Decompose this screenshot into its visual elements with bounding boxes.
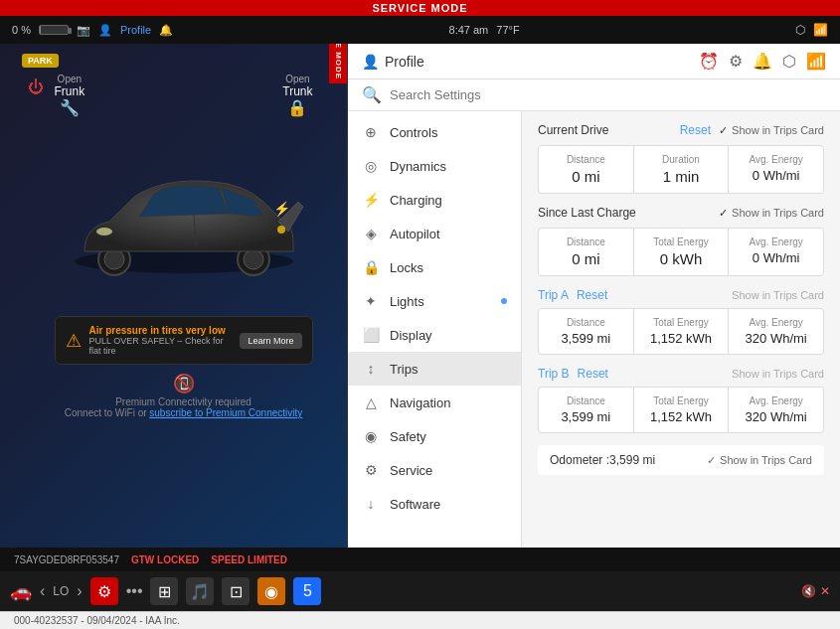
warning-text: Air pressure in tires very low PULL OVER… [89, 325, 233, 356]
left-panel: SERVICE MODE SERVICE MODE PARK ⏻ Open Fr… [0, 44, 348, 548]
current-distance-cell: Distance 0 mi [539, 146, 633, 193]
nav-item-navigation[interactable]: △ Navigation [348, 386, 521, 419]
current-drive-show-trips: ✓ Show in Trips Card [719, 124, 824, 137]
autopilot-icon: ◈ [362, 226, 380, 241]
trip-b-reset[interactable]: Reset [578, 367, 608, 381]
nav-item-dynamics[interactable]: ◎ Dynamics [348, 149, 521, 183]
nav-item-charging[interactable]: ⚡ Charging [348, 183, 521, 217]
nav-label-service: Service [390, 463, 507, 478]
taskbar-forward-icon[interactable]: › [77, 582, 82, 600]
trip-b-label: Trip B [538, 367, 570, 381]
frunk-label: Open Frunk 🔧 [55, 74, 85, 117]
nav-item-safety[interactable]: ◉ Safety [348, 419, 521, 453]
trip-a-energy-cell: Total Energy 1,152 kWh [634, 309, 729, 354]
vin-info: 7SAYGDED8RF053547 GTW LOCKED SPEED LIMIT… [14, 554, 287, 565]
volume-x-icon[interactable]: ✕ [820, 584, 830, 598]
footer-left: 000-40232537 - 09/04/2024 - IAA Inc. [14, 615, 180, 626]
gtw-locked: GTW LOCKED [131, 554, 199, 565]
no-signal-icon: 📵 [55, 373, 313, 394]
svg-point-4 [244, 249, 263, 269]
alarm-icon[interactable]: ⏰ [699, 52, 719, 71]
trip-b-header: Trip B Reset Show in Trips Card [538, 367, 824, 381]
temperature-display: 77°F [496, 24, 519, 36]
nav-label-navigation: Navigation [390, 395, 507, 410]
taskbar-red-icon[interactable]: ⚙ [90, 577, 118, 605]
taskbar-number-icon[interactable]: 5 [293, 577, 321, 605]
trip-b-grid: Distance 3,599 mi Total Energy 1,152 kWh… [538, 387, 824, 433]
connectivity-line1: Premium Connectivity required [55, 396, 313, 407]
taskbar-apps-icon[interactable]: ⊡ [222, 577, 250, 605]
bluetooth-icon: ⬡ [795, 23, 805, 37]
trip-a-header: Trip A Reset Show in Trips Card [538, 288, 824, 302]
odometer-row: Odometer : 3,599 mi ✓ Show in Trips Card [538, 445, 824, 475]
park-badge: PARK [22, 54, 59, 68]
taskbar-back-icon[interactable]: ‹ [40, 582, 45, 600]
time-display: 8:47 am [449, 24, 489, 36]
nav-item-software[interactable]: ↓ Software [348, 487, 521, 521]
nav-item-autopilot[interactable]: ◈ Autopilot [348, 217, 521, 250]
bluetooth-nav-icon[interactable]: ⬡ [782, 52, 796, 71]
profile-title-text: Profile [385, 54, 424, 70]
profile-icons: ⏰ ⚙ 🔔 ⬡ 📶 [699, 52, 826, 71]
status-bar-left: 0 % 📷 👤 Profile 🔔 [12, 24, 173, 37]
current-drive-reset[interactable]: Reset [680, 123, 711, 137]
taskbar-dots[interactable]: ••• [126, 582, 143, 600]
search-input[interactable] [390, 87, 826, 102]
odometer-show-trips: ✓ Show in Trips Card [707, 454, 812, 467]
search-icon: 🔍 [362, 85, 382, 104]
taskbar-camera-icon[interactable]: ◉ [257, 577, 285, 605]
car-image-area: ⚡ [45, 127, 323, 306]
search-bar: 🔍 [348, 79, 840, 111]
software-icon: ↓ [362, 496, 380, 512]
car-labels: Open Frunk 🔧 Open Trunk 🔒 [55, 74, 313, 117]
mute-icon[interactable]: 🔇 [801, 584, 816, 598]
trunk-label: Open Trunk 🔒 [282, 74, 312, 117]
since-last-charge-header: Since Last Charge ✓ Show in Trips Card [538, 206, 824, 220]
dynamics-icon: ◎ [362, 158, 380, 174]
taskbar-volume: 🔇 ✕ [801, 584, 830, 598]
notification-icon[interactable]: 🔔 [753, 52, 772, 71]
nav-item-trips[interactable]: ↕ Trips [348, 352, 521, 386]
display-icon: ⬜ [362, 327, 380, 343]
current-energy-cell: Avg. Energy 0 Wh/mi [729, 146, 823, 193]
trip-a-grid: Distance 3,599 mi Total Energy 1,152 kWh… [538, 308, 824, 355]
right-panel: 👤 Profile ⏰ ⚙ 🔔 ⬡ 📶 🔍 [348, 44, 840, 548]
taskbar-lo-label: LO [53, 584, 69, 598]
profile-person-icon: 👤 [362, 54, 379, 70]
odometer-label: Odometer : [550, 453, 609, 467]
status-bar-center: 8:47 am 77°F [449, 24, 520, 36]
signal-nav-icon[interactable]: 📶 [806, 52, 826, 71]
profile-label[interactable]: Profile [120, 24, 151, 36]
nav-item-locks[interactable]: 🔒 Locks [348, 250, 521, 284]
controls-icon: ⊕ [362, 124, 380, 140]
footer-info: 000-40232537 - 09/04/2024 - IAA Inc. [0, 611, 840, 629]
nav-label-locks: Locks [390, 260, 507, 275]
trip-a-show-trips: Show in Trips Card [732, 289, 824, 301]
trip-b-show-trips: Show in Trips Card [732, 368, 824, 380]
taskbar-grid-icon[interactable]: ⊞ [150, 577, 178, 605]
battery-percent: 0 % [12, 24, 31, 36]
taskbar-car-icon[interactable]: 🚗 [10, 580, 32, 602]
nav-item-lights[interactable]: ✦ Lights [348, 284, 521, 318]
settings-icon[interactable]: ⚙ [729, 52, 743, 71]
navigation-icon: △ [362, 394, 380, 410]
bottom-status-bar: 7SAYGDED8RF053547 GTW LOCKED SPEED LIMIT… [0, 548, 840, 571]
content-area: ⊕ Controls ◎ Dynamics ⚡ Charging ◈ Autop… [348, 111, 840, 548]
profile-icon[interactable]: 👤 [98, 24, 112, 37]
nav-item-controls[interactable]: ⊕ Controls [348, 115, 521, 149]
locks-icon: 🔒 [362, 259, 380, 275]
lights-icon: ✦ [362, 293, 380, 309]
trip-a-label: Trip A [538, 288, 569, 302]
data-panel: Current Drive Reset ✓ Show in Trips Card… [522, 111, 840, 548]
car-svg: ⚡ [55, 137, 313, 296]
connectivity-link[interactable]: subscribe to Premium Connectivity [149, 407, 302, 418]
main-content: SERVICE MODE SERVICE MODE PARK ⏻ Open Fr… [0, 44, 840, 548]
nav-label-software: Software [390, 497, 507, 512]
trip-a-reset[interactable]: Reset [577, 288, 607, 302]
nav-label-charging: Charging [390, 193, 507, 208]
nav-item-display[interactable]: ⬜ Display [348, 318, 521, 352]
learn-more-button[interactable]: Learn More [240, 333, 301, 349]
trip-a-avg-energy-cell: Avg. Energy 320 Wh/mi [729, 309, 823, 354]
taskbar-music-icon[interactable]: 🎵 [186, 577, 214, 605]
nav-item-service[interactable]: ⚙ Service [348, 453, 521, 487]
